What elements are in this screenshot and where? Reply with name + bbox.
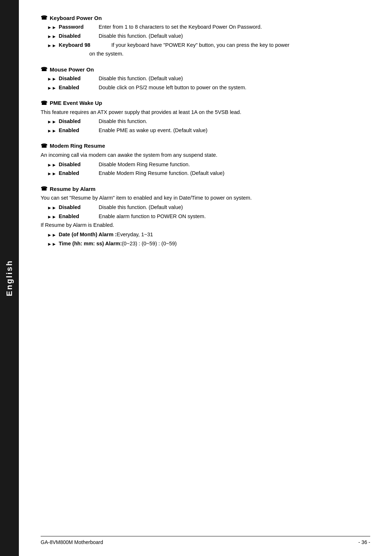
bullet-label: Password [59, 23, 99, 31]
phone-icon-3: ☎ [41, 100, 48, 106]
bullet-label: Enabled [59, 84, 99, 92]
bullet-label: Disabled [59, 75, 99, 83]
bullet-desc: Disable this function. [99, 118, 370, 126]
arrow-icon: ►► [47, 213, 57, 221]
arrow-icon: ►► [47, 118, 57, 126]
bullet-desc: Disable this function. (Default value) [99, 204, 370, 212]
heading-pme-event-wake-up: ☎ PME Event Wake Up [41, 100, 370, 106]
bullet-label: Date (of Month) Alarm : [59, 231, 117, 239]
footer-left: GA-8VM800M Motherboard [41, 539, 103, 545]
heading-resume-by-alarm: ☎ Resume by Alarm [41, 185, 370, 192]
list-item: ►► Disabled Disable this function. (Defa… [47, 204, 370, 212]
arrow-icon: ►► [47, 162, 57, 169]
arrow-icon: ►► [47, 241, 57, 248]
list-item: ►► Enabled Enable PME as wake up event. … [47, 127, 370, 135]
sidebar-label: English [5, 260, 14, 296]
bullet-desc: Enable Modem Ring Resume function. (Defa… [99, 169, 370, 177]
section-mouse-power-on: ☎ Mouse Power On ►► Disabled Disable thi… [41, 66, 370, 92]
continuation-text: on the system. [47, 50, 370, 58]
sidebar: English [0, 0, 19, 556]
bullet-desc: Everyday, 1~31 [117, 231, 371, 239]
phone-icon-5: ☎ [41, 185, 48, 192]
heading-text-mouse-power-on: Mouse Power On [50, 66, 94, 73]
bullet-desc: Disable this function. (Default value) [99, 75, 370, 83]
list-item: ►► Enabled Enable alarm function to POWE… [47, 213, 370, 221]
list-item: ►► Enabled Enable Modem Ring Resume func… [47, 169, 370, 177]
bullet-label: Disabled [59, 161, 99, 169]
list-item: ►► Disabled Disable Modem Ring Resume fu… [47, 161, 370, 169]
bullet-label: Disabled [59, 32, 99, 40]
list-item: ►► Enabled Double click on PS/2 mouse le… [47, 84, 370, 92]
bullet-label: Disabled [59, 204, 99, 212]
section-pme-event-wake-up: ☎ PME Event Wake Up This feature require… [41, 100, 370, 135]
arrow-icon: ►► [47, 85, 57, 92]
bullet-label: Enabled [59, 213, 99, 221]
list-item: ►► Disabled Disable this function. [47, 118, 370, 126]
heading-text-pme: PME Event Wake Up [50, 100, 102, 106]
pme-description: This feature requires an ATX power suppl… [41, 109, 370, 116]
arrow-icon: ►► [47, 127, 57, 135]
bullet-desc: (0~23) : (0~59) : (0~59) [122, 240, 370, 248]
heading-keyboard-power-on: ☎ Keyboard Power On [41, 15, 370, 21]
phone-icon-4: ☎ [41, 143, 48, 149]
heading-text-keyboard-power-on: Keyboard Power On [50, 15, 102, 21]
bullet-desc: Enter from 1 to 8 characters to set the … [99, 23, 370, 31]
footer: GA-8VM800M Motherboard - 36 - [41, 536, 370, 545]
phone-icon-2: ☎ [41, 66, 48, 73]
bullet-label: Time (hh: mm: ss) Alarm: [59, 240, 122, 248]
section-modem-ring-resume: ☎ Modem Ring Resume An incoming call via… [41, 143, 370, 177]
bullet-label: Disabled [59, 118, 99, 126]
heading-mouse-power-on: ☎ Mouse Power On [41, 66, 370, 73]
modem-description: An incoming call via modem can awake the… [41, 151, 370, 159]
arrow-icon: ►► [47, 232, 57, 239]
main-content: ☎ Keyboard Power On ►► Password Enter fr… [19, 0, 392, 556]
bullet-desc: Enable PME as wake up event. (Default va… [99, 127, 370, 135]
arrow-icon: ►► [47, 24, 57, 31]
bullet-label: Enabled [59, 127, 99, 135]
bullet-label: Enabled [59, 169, 99, 177]
resume-description: You can set "Resume by Alarm" item to en… [41, 194, 370, 202]
list-item: ►► Password Enter from 1 to 8 characters… [47, 23, 370, 31]
list-item: ►► Disabled Disable this function. (Defa… [47, 75, 370, 83]
list-item: ►► Time (hh: mm: ss) Alarm: (0~23) : (0~… [47, 240, 370, 248]
section-keyboard-power-on: ☎ Keyboard Power On ►► Password Enter fr… [41, 15, 370, 58]
bullet-label: Keyboard 98 [59, 41, 111, 49]
phone-icon-1: ☎ [41, 15, 48, 21]
list-item: ►► Date (of Month) Alarm : Everyday, 1~3… [47, 231, 370, 239]
footer-right: - 36 - [358, 539, 370, 545]
arrow-icon: ►► [47, 33, 57, 40]
arrow-icon: ►► [47, 170, 57, 177]
bullet-desc: Double click on PS/2 mouse left button t… [99, 84, 370, 92]
resume-extra-note: If Resume by Alarm is Enabled. [41, 221, 370, 229]
arrow-icon: ►► [47, 75, 57, 83]
list-item: ►► Disabled Disable this function. (Defa… [47, 32, 370, 40]
bullet-desc: Disable Modem Ring Resume function. [99, 161, 370, 169]
heading-text-modem: Modem Ring Resume [50, 143, 105, 149]
bullet-desc: Disable this function. (Default value) [99, 32, 370, 40]
bullet-desc: If your keyboard have "POWER Key" button… [111, 41, 370, 49]
list-item: ►► Keyboard 98 If your keyboard have "PO… [47, 41, 370, 49]
arrow-icon: ►► [47, 42, 57, 49]
heading-modem-ring-resume: ☎ Modem Ring Resume [41, 143, 370, 149]
heading-text-resume: Resume by Alarm [50, 186, 95, 192]
bullet-desc: Enable alarm function to POWER ON system… [99, 213, 370, 221]
section-resume-by-alarm: ☎ Resume by Alarm You can set "Resume by… [41, 185, 370, 248]
arrow-icon: ►► [47, 204, 57, 212]
